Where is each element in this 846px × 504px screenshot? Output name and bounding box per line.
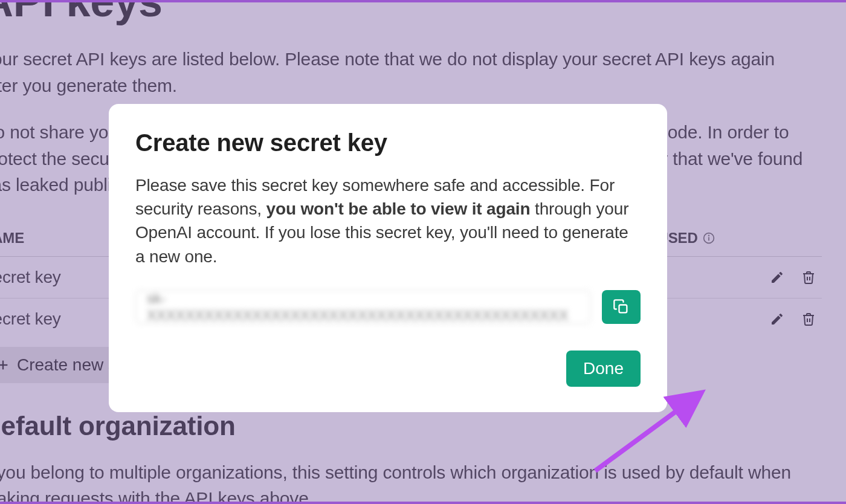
svg-line-6 (595, 395, 698, 471)
copy-icon (613, 299, 630, 315)
create-secret-key-modal: Create new secret key Please save this s… (109, 104, 667, 412)
done-button[interactable]: Done (566, 351, 641, 387)
annotation-arrow-icon (592, 383, 713, 474)
copy-button[interactable] (602, 290, 641, 324)
svg-rect-5 (619, 305, 627, 312)
modal-desc-bold: you won't be able to view it again (266, 199, 531, 218)
secret-key-field[interactable]: sk-XXXXXXXXXXXXXXXXXXXXXXXXXXXXXXXXXXXXX… (135, 290, 591, 324)
secret-key-value: sk-XXXXXXXXXXXXXXXXXXXXXXXXXXXXXXXXXXXXX… (147, 290, 580, 324)
modal-overlay: Create new secret key Please save this s… (0, 0, 846, 504)
modal-title: Create new secret key (135, 129, 641, 157)
modal-description: Please save this secret key somewhere sa… (135, 173, 641, 268)
